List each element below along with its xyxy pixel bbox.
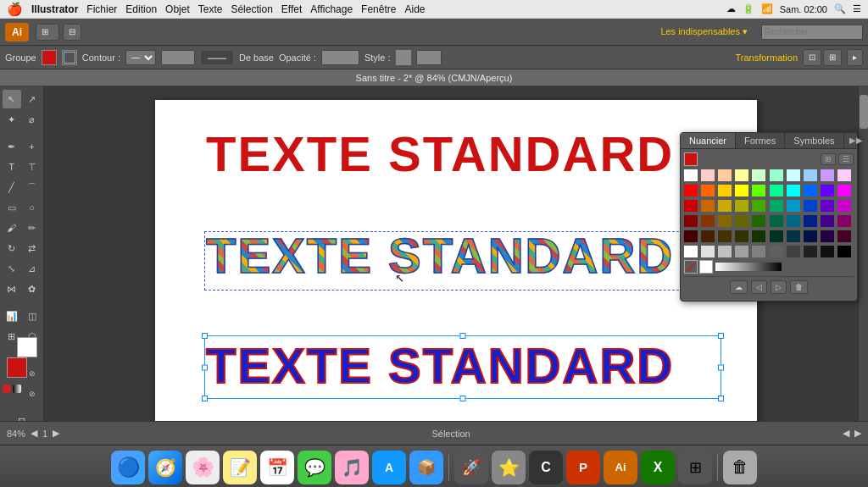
text-element-3[interactable]: TEXTE STANDARD: [206, 337, 674, 394]
area-type-tool[interactable]: ⊤: [23, 158, 42, 176]
text-element-1[interactable]: TEXTE STANDARD: [206, 125, 674, 182]
color-swatch[interactable]: [701, 246, 715, 257]
dock-calendar[interactable]: 📅: [260, 451, 294, 484]
apple-menu[interactable]: 🍎: [7, 2, 23, 17]
tab-symboles[interactable]: Symboles: [785, 133, 843, 148]
color-swatch[interactable]: [684, 200, 698, 212]
color-swatch[interactable]: [684, 230, 698, 242]
dock-powerpoint[interactable]: P: [566, 451, 600, 484]
swatch-lib-btn[interactable]: ◁: [751, 280, 767, 294]
color-swatch[interactable]: [837, 215, 851, 227]
menu-aide[interactable]: Aide: [404, 3, 425, 15]
line-tool[interactable]: ╱: [3, 178, 21, 196]
color-swatch[interactable]: [821, 185, 834, 196]
color-swatch[interactable]: [718, 215, 732, 227]
color-swatch[interactable]: [752, 230, 765, 242]
color-swatch[interactable]: [718, 169, 732, 181]
dock-launchpad[interactable]: 🚀: [454, 451, 488, 484]
color-swatch[interactable]: [718, 246, 732, 257]
color-swatch[interactable]: [701, 215, 715, 227]
direct-select-tool[interactable]: ↗: [23, 90, 42, 108]
delete-swatch-btn[interactable]: 🗑: [790, 280, 808, 294]
style-swatch[interactable]: [396, 50, 411, 65]
rect-tool[interactable]: ▭: [3, 198, 21, 217]
color-swatch[interactable]: [718, 185, 732, 196]
menu-texte[interactable]: Texte: [198, 3, 223, 15]
grid-view-btn[interactable]: ⊞: [821, 153, 836, 165]
color-swatch[interactable]: [821, 169, 834, 181]
color-swatch[interactable]: [804, 215, 817, 227]
color-swatch[interactable]: [770, 246, 783, 257]
transform-btn2[interactable]: ⊞: [823, 49, 842, 66]
transform-btn1[interactable]: ⊡: [803, 49, 821, 66]
current-color-swatch[interactable]: [684, 152, 698, 166]
lasso-tool[interactable]: ⌀: [23, 110, 42, 129]
app-name-menu[interactable]: Illustrator: [31, 3, 78, 15]
color-swatch[interactable]: [787, 185, 800, 196]
dock-excel[interactable]: X: [641, 451, 675, 484]
swatch-menu-btn[interactable]: ▷: [771, 280, 787, 294]
color-swatch[interactable]: [752, 169, 765, 181]
column-chart-tool[interactable]: 📊: [3, 307, 21, 325]
paintbrush-tool[interactable]: 🖌: [3, 219, 21, 237]
contour-select[interactable]: —: [125, 50, 156, 65]
dock-dropbox[interactable]: 📦: [409, 451, 443, 484]
menu-objet[interactable]: Objet: [165, 3, 190, 15]
color-swatch[interactable]: [804, 169, 817, 181]
color-swatch[interactable]: [821, 215, 834, 227]
color-swatch[interactable]: [787, 230, 800, 242]
add-anchor-tool[interactable]: +: [23, 137, 42, 156]
scale-tool[interactable]: ⤡: [3, 259, 21, 278]
arrange-button[interactable]: ⊞: [36, 24, 59, 41]
dock-illustrator[interactable]: Ai: [604, 451, 637, 484]
menu-edition[interactable]: Edition: [125, 3, 157, 15]
dock-photos[interactable]: 🌸: [186, 451, 220, 484]
dock-unknown2[interactable]: ⊞: [678, 451, 712, 484]
color-swatch[interactable]: [718, 200, 732, 212]
none-swatch[interactable]: [684, 260, 698, 274]
menu-selection[interactable]: Sélection: [231, 3, 272, 15]
color-swatch[interactable]: [735, 200, 748, 212]
color-swatch[interactable]: [804, 230, 817, 242]
color-swatch[interactable]: [684, 169, 698, 181]
color-swatch[interactable]: [735, 169, 748, 181]
color-swatch[interactable]: [684, 185, 698, 196]
reflect-tool[interactable]: ⇄: [23, 239, 42, 257]
nav-next-btn[interactable]: ▶: [53, 428, 59, 439]
dock-carbon[interactable]: C: [529, 451, 563, 484]
background-swatch[interactable]: [17, 337, 37, 357]
color-swatch[interactable]: [821, 246, 834, 257]
menu-affichage[interactable]: Affichage: [310, 3, 353, 15]
rotate-tool[interactable]: ↻: [3, 239, 21, 257]
dock-messages[interactable]: 💬: [298, 451, 331, 484]
dock-trash[interactable]: 🗑: [723, 451, 757, 484]
pen-tool[interactable]: ✒: [3, 137, 21, 156]
nav-arrow-left[interactable]: ◀: [843, 428, 849, 439]
color-swatch[interactable]: [787, 246, 800, 257]
none-btn[interactable]: ⊘: [23, 385, 42, 403]
menu-effet[interactable]: Effet: [281, 3, 302, 15]
contour-value[interactable]: [161, 50, 195, 65]
ellipse-tool[interactable]: ○: [23, 198, 42, 217]
handle-bl[interactable]: [202, 396, 208, 401]
color-swatch[interactable]: [837, 169, 851, 181]
color-swatch[interactable]: [752, 200, 765, 212]
arc-tool[interactable]: ⌒: [23, 178, 42, 196]
blend-tool[interactable]: ⋈: [3, 279, 21, 298]
text-element-2[interactable]: TEXTE STANDARD: [206, 227, 674, 284]
color-swatch[interactable]: [821, 200, 834, 212]
color-swatch[interactable]: [735, 185, 748, 196]
color-swatch[interactable]: [821, 230, 834, 242]
color-swatch[interactable]: [701, 169, 715, 181]
color-swatch[interactable]: [804, 185, 817, 196]
type-tool[interactable]: T: [3, 158, 21, 176]
shear-tool[interactable]: ⊿: [23, 259, 42, 278]
color-swatch[interactable]: [787, 169, 800, 181]
color-swatch[interactable]: [770, 230, 783, 242]
menu-icon[interactable]: ☰: [853, 3, 861, 14]
search-icon[interactable]: 🔍: [834, 3, 846, 14]
color-swatch[interactable]: [837, 246, 851, 257]
nav-arrow-right[interactable]: ▶: [854, 428, 861, 439]
color-swatch[interactable]: [684, 215, 698, 227]
fill-color-swatch[interactable]: [42, 50, 57, 65]
